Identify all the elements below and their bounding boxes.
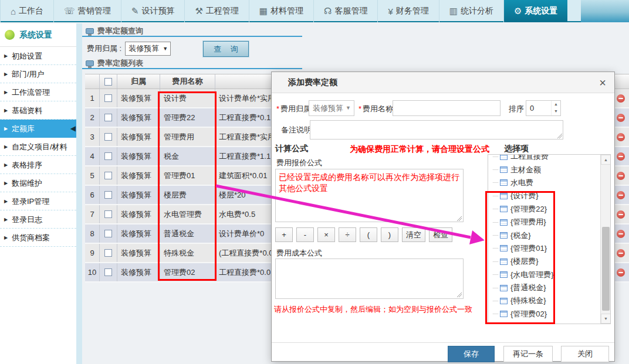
row-checkbox[interactable] — [104, 230, 112, 237]
nav-tab[interactable]: ☏ 营销管理 — [53, 0, 121, 22]
options-label: 选择项 — [504, 144, 529, 154]
nav-tab-label: 设计预算 — [141, 6, 174, 16]
option-item[interactable]: 主材金额 — [488, 163, 600, 176]
chart-icon: ▥ — [449, 6, 458, 16]
scrollbar-thumb[interactable] — [602, 227, 610, 311]
scrollbar[interactable]: ▲ ▼ — [600, 155, 610, 324]
row-checkbox[interactable] — [104, 133, 112, 141]
row-checkbox[interactable] — [104, 268, 112, 276]
row-checkbox[interactable] — [104, 210, 112, 218]
nav-tab[interactable]: ☊ 客服管理 — [313, 0, 377, 22]
sidebar-item[interactable]: ▶ 初始设置 ◀ — [0, 47, 76, 65]
operator-button[interactable]: - — [296, 227, 314, 242]
query-section-title: 费率定额查询 — [86, 26, 143, 36]
add-rate-quota-dialog: 添加费率定额 × *费用归属 装修预算 ▼ *费用名称 排序 0 ▲▼ 备注说明… — [271, 72, 615, 362]
sidebar-item[interactable]: ▶ 供货商档案 ◀ — [0, 229, 76, 247]
delete-icon[interactable] — [617, 249, 625, 257]
sidebar-item-label: 登录日志 — [12, 215, 42, 224]
operator-button[interactable]: 清空 — [402, 227, 425, 242]
sidebar-item[interactable]: ▶ 登录日志 ◀ — [0, 210, 76, 229]
dialog-attribution-select[interactable]: 装修预算 ▼ — [309, 100, 354, 116]
operator-button[interactable]: 检查 — [429, 227, 452, 242]
option-item[interactable]: 工程直接费 — [488, 154, 600, 163]
delete-icon[interactable] — [617, 191, 625, 199]
sidebar-item-label: 供货商档案 — [12, 233, 50, 242]
row-attribution: 装修预算 — [117, 224, 160, 243]
fee-name-field-label: *费用名称 — [359, 104, 393, 114]
operator-button[interactable]: × — [317, 227, 335, 242]
row-checkbox-cell — [100, 244, 117, 262]
resize-grip-icon[interactable] — [557, 133, 562, 138]
row-checkbox[interactable] — [104, 249, 112, 257]
operator-button[interactable]: ( — [360, 227, 377, 242]
sidebar-item-label: 基础资料 — [12, 106, 42, 115]
sidebar-item[interactable]: ▶ 部门/用户 ◀ — [0, 65, 76, 83]
nav-tab-label: 工程管理 — [206, 6, 239, 16]
sidebar-item[interactable]: ▶ 登录IP管理 ◀ — [0, 192, 76, 210]
monitor-icon — [86, 28, 94, 34]
delete-icon[interactable] — [617, 230, 625, 238]
row-index: 4 — [85, 147, 100, 165]
sidebar-item[interactable]: ▶ 表格排序 ◀ — [0, 156, 76, 174]
operator-button[interactable]: ÷ — [339, 227, 356, 242]
nav-tab[interactable]: ¥ 财务管理 — [377, 0, 438, 22]
option-item[interactable]: 水电费 — [488, 176, 600, 189]
close-button[interactable]: 关闭 — [561, 346, 609, 362]
delete-icon[interactable] — [617, 172, 625, 180]
row-attribution: 装修预算 — [117, 263, 160, 281]
delete-icon[interactable] — [617, 210, 625, 219]
add-another-button[interactable]: 再记一条 — [503, 346, 553, 362]
select-all-checkbox[interactable] — [104, 78, 112, 86]
required-asterisk: * — [276, 104, 279, 113]
operator-button[interactable]: ) — [381, 227, 398, 242]
row-checkbox[interactable] — [104, 191, 112, 199]
nav-tab[interactable]: ▦ 材料管理 — [249, 0, 313, 22]
row-checkbox[interactable] — [104, 172, 112, 179]
sort-number-input[interactable]: 0 ▲▼ — [526, 100, 561, 116]
delete-icon[interactable] — [617, 114, 625, 122]
row-checkbox-cell — [100, 166, 117, 185]
annotation-box-fee-column — [158, 91, 217, 281]
delete-icon[interactable] — [617, 133, 625, 141]
row-index: 9 — [85, 244, 100, 262]
sidebar-item[interactable]: ▶ 自定义项目/材料 ◀ — [0, 138, 76, 156]
row-checkbox[interactable] — [104, 94, 112, 102]
attribution-select[interactable]: 装修预算 ▼ — [125, 42, 171, 56]
save-button[interactable]: 保存 — [448, 346, 495, 362]
calc-formula-label: 计算公式 — [275, 144, 308, 154]
remark-textarea[interactable] — [310, 120, 563, 140]
nav-tab[interactable]: ▥ 统计分析 — [439, 0, 503, 22]
fee-name-input[interactable] — [393, 100, 501, 116]
cost-formula-textarea[interactable] — [275, 258, 464, 299]
query-button[interactable]: 查 询 — [203, 41, 249, 57]
close-icon[interactable]: × — [599, 77, 606, 89]
nav-tab[interactable]: ⌂ 工作台 — [0, 0, 53, 22]
triangle-bullet-icon: ▶ — [4, 47, 8, 65]
section-underline — [82, 68, 302, 69]
header-fee-name: 费用名称 — [160, 74, 215, 89]
nav-tab[interactable]: ⚙ 系统设置 — [503, 0, 567, 22]
sidebar-item[interactable]: ▶ 定额库 ◀ — [0, 120, 76, 138]
nav-tab[interactable]: ⚒ 工程管理 — [184, 0, 248, 22]
delete-icon[interactable] — [617, 94, 625, 103]
scroll-up-icon[interactable]: ▲ — [601, 155, 611, 165]
resize-grip-icon[interactable] — [456, 292, 462, 297]
operator-button[interactable]: + — [275, 227, 293, 242]
delete-icon[interactable] — [617, 268, 625, 277]
row-checkbox[interactable] — [104, 114, 112, 121]
spinner-arrows[interactable]: ▲▼ — [551, 101, 560, 115]
row-checkbox[interactable] — [104, 152, 112, 160]
sidebar-item[interactable]: ▶ 基础资料 ◀ — [0, 101, 76, 120]
sidebar-item-label: 自定义项目/材料 — [12, 142, 67, 151]
sidebar-item[interactable]: ▶ 工作流管理 ◀ — [0, 83, 76, 101]
scroll-down-icon[interactable]: ▼ — [601, 314, 611, 324]
sidebar-item-label: 数据维护 — [12, 179, 42, 188]
nav-tab[interactable]: ✎ 设计预算 — [121, 0, 185, 22]
row-checkbox-cell — [100, 224, 117, 243]
row-attribution: 装修预算 — [117, 128, 160, 146]
sidebar-item[interactable]: ▶ 数据维护 ◀ — [0, 174, 76, 192]
row-checkbox-cell — [100, 128, 117, 146]
resize-grip-icon[interactable] — [456, 216, 462, 221]
dialog-footer: 保存 再记一条 关闭 — [272, 342, 614, 362]
delete-icon[interactable] — [617, 152, 625, 161]
